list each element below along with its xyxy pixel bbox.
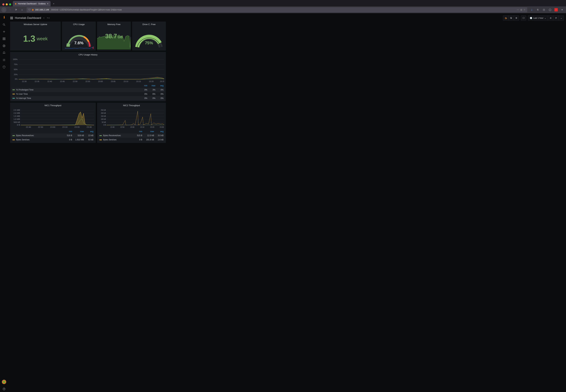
panel-cpu-usage[interactable]: CPU Usage 7.6% [62,22,96,51]
refresh-button[interactable]: ⟳ [553,15,559,21]
svg-text:50 kB: 50 kB [102,121,106,123]
new-tab-button[interactable]: ＋ [51,1,56,6]
add-panel-button[interactable]: ▥+ [503,15,508,21]
legend-row[interactable]: Bytes Received/sec516 B526 kB13 kB [12,133,94,138]
create-button[interactable] [1,29,7,35]
nic2-chart: 250 kB 200 kB 150 kB 100 kB 50 kB 0 B 22… [99,109,164,129]
library-button[interactable]: ⎘ [535,7,540,12]
back-button[interactable]: ← [1,7,6,12]
dashboards-button[interactable] [1,36,7,42]
svg-text:22:45: 22:45 [60,80,65,83]
svg-text:23:20: 23:20 [149,80,154,83]
memory-free-value: 38.7GB [105,32,123,41]
forward-button[interactable]: → [7,7,13,12]
panel-title: NIC2 Throughput [97,103,166,108]
legend-row[interactable]: % Priviledged Time0%3%0% [12,88,165,92]
configuration-button[interactable] [1,57,7,63]
reader-view-icon[interactable]: ◎ [520,8,522,11]
alerting-button[interactable] [1,50,7,56]
save-button[interactable]: 🖫 [508,15,514,21]
legend-row[interactable]: Bytes Sent/sec0 B1.910 MB53 kB [12,138,94,142]
grafana-logo-icon[interactable] [1,14,7,21]
gear-icon: ⚙ [515,17,517,20]
reload-button[interactable]: ⟳ [14,7,18,12]
panel-uptime[interactable]: Windows Server Uptime 1.3 week [10,22,61,51]
tab-strip: ◉ Homelab Dashboard - Grafana ✕ ＋ [0,0,566,6]
svg-text:23:10: 23:10 [140,126,144,128]
svg-text:250 kB: 250 kB [101,109,106,111]
server-admin-button[interactable] [1,64,7,70]
panel-title: CPU Usage [62,22,96,27]
account-button[interactable]: ◯ [548,7,552,12]
share-dashboard-icon[interactable]: ⚬< [46,16,50,20]
svg-text:22:50: 22:50 [120,126,124,128]
drive-gauge [133,28,165,50]
browser-chrome: ◉ Homelab Dashboard - Grafana ✕ ＋ ← → ⟳ … [0,0,566,13]
time-range-picker[interactable]: 🕘Last 1 hour⌄ [528,15,548,21]
settings-button[interactable]: ⚙ [514,15,519,21]
svg-marker-53 [21,112,94,125]
monitor-icon: 🖵 [523,17,524,20]
url-host: 192.168.2.144 [35,8,49,11]
grafana-app: Homelab Dashboard ☆ ⚬< ▥+ 🖫 ⚙ 🖵 🕘Last 1 … [0,13,566,392]
legend-row[interactable]: % User Time0%6%0% [12,92,165,96]
panel-nic1[interactable]: NIC1 Throughput 2.5 MB 2.0 MB [10,103,96,143]
svg-text:23:05: 23:05 [111,80,116,83]
browser-toolbar: ← → ⟳ ⌂ 🛡 ◉ 192.168.2.144:3000/d/--U2END… [0,6,566,13]
chevron-down-icon: ⌄ [544,17,546,20]
svg-rect-14 [12,17,13,18]
nic2-legend: minmaxavg Bytes Received/sec515 B12.0 kB… [97,129,166,143]
panel-nic2[interactable]: NIC2 Throughput 250 kB 200 kB [97,103,166,143]
svg-text:2.0 MB: 2.0 MB [14,112,20,114]
app-menu-button[interactable]: ≡ [560,7,565,12]
svg-rect-16 [12,18,13,19]
address-bar[interactable]: 🛡 ◉ 192.168.2.144:3000/d/--U2ENDGk/homel… [27,7,527,12]
help-button[interactable] [1,386,7,392]
panel-drive-c[interactable]: Drive C: Free 75% [132,22,166,51]
extension-button[interactable]: ⋯ [553,7,559,12]
home-button[interactable]: ⌂ [20,7,25,12]
legend-row[interactable]: Bytes Sent/sec0 B191.6 kB2.6 kB [99,138,165,142]
svg-point-0 [3,24,5,25]
shield-icon[interactable]: 🛡 [28,8,30,11]
panel-title: Memory Free [97,22,131,27]
panel-memory-free[interactable]: Memory Free 38.7GB [97,22,131,51]
svg-text:23:30: 23:30 [87,126,92,128]
browser-tab[interactable]: ◉ Homelab Dashboard - Grafana ✕ [13,1,51,6]
panel-cpu-history[interactable]: CPU Usage History 100% 75% 50% [10,52,166,101]
star-dashboard-icon[interactable]: ☆ [43,16,45,20]
dashboard-topbar: Homelab Dashboard ☆ ⚬< ▥+ 🖫 ⚙ 🖵 🕘Last 1 … [10,14,564,22]
svg-text:22:30: 22:30 [22,80,27,83]
legend-row[interactable]: % Interrupt Time0%0%0% [12,96,165,100]
minimize-window-icon[interactable] [6,3,8,5]
zoom-out-button[interactable]: ⊖ [548,15,553,21]
svg-text:22:40: 22:40 [47,80,52,83]
svg-rect-7 [4,39,5,40]
svg-text:23:00: 23:00 [130,126,134,128]
save-icon: 🖫 [510,17,512,20]
panel-title: CPU Usage History [10,52,166,57]
svg-rect-4 [3,38,4,38]
svg-text:23:00: 23:00 [50,126,55,128]
svg-text:23:10: 23:10 [62,126,67,128]
sidebar-button[interactable]: ◫ [541,7,546,12]
svg-text:0 B: 0 B [17,124,20,126]
close-tab-icon[interactable]: ✕ [47,2,49,5]
add-panel-icon: ▥+ [505,17,507,20]
close-window-icon[interactable] [2,3,4,5]
cpu-gauge-value: 7.6% [62,40,96,46]
bookmark-star-icon[interactable]: ☆ [524,8,525,11]
maximize-window-icon[interactable] [9,3,11,5]
cycle-view-button[interactable]: 🖵 [521,15,526,21]
more-actions-icon[interactable]: ⋯ [517,8,519,11]
svg-text:22:40: 22:40 [110,126,114,128]
search-button[interactable] [1,22,7,28]
downloads-button[interactable]: ⭳ [529,7,534,12]
zoom-out-icon: ⊖ [550,17,552,20]
legend-row[interactable]: Bytes Received/sec515 B12.0 kB3.0 kB [99,133,165,138]
dashboard-list-icon[interactable] [10,16,13,20]
user-avatar[interactable] [1,379,7,385]
refresh-interval-picker[interactable]: ⌄ [559,15,564,21]
panel-grid: Windows Server Uptime 1.3 week CPU Usage [10,22,167,143]
explore-button[interactable] [1,43,7,49]
